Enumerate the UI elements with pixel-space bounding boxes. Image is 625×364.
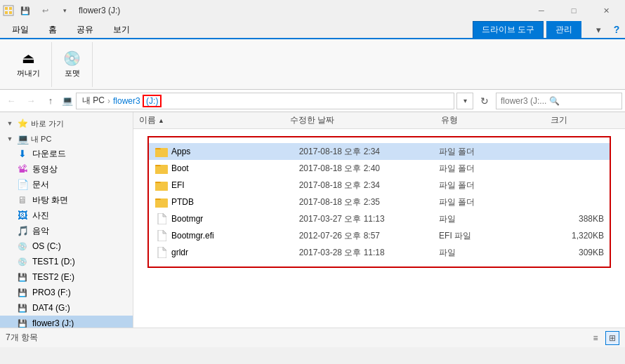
table-row[interactable]: EFI2017-08-18 오후 2:34파일 폴더 [149, 177, 610, 194]
sidebar-videos-label: 동영상 [32, 163, 58, 175]
sidebar-drived-label: TEST1 (D:) [32, 257, 75, 267]
drive-j-icon: 💾 [17, 318, 28, 328]
col-header-date[interactable]: 수정한 날짜 [290, 114, 441, 126]
close-btn[interactable]: ✕ [590, 0, 622, 21]
column-headers: 이름 ▲ 수정한 날짜 유형 크기 [133, 112, 625, 129]
view-details-btn[interactable]: ⊞ [605, 331, 619, 345]
title-bar-left: 💾 ↩ ▾ [3, 2, 73, 19]
quick-undo-btn[interactable]: ↩ [37, 2, 53, 19]
search-input[interactable] [501, 96, 617, 106]
ribbon-collapse-btn[interactable]: ▾ [590, 21, 607, 38]
col-name-label: 이름 [139, 114, 156, 126]
svg-rect-1 [5, 7, 8, 10]
sidebar-item-desktop[interactable]: 🖥 바탕 화면 [0, 192, 133, 208]
file-size-cell: 388KB [541, 214, 604, 224]
file-icon [154, 245, 169, 259]
sidebar-drivee-label: TEST2 (E:) [32, 272, 74, 282]
forward-btn[interactable]: → [22, 93, 39, 109]
quick-save-btn[interactable]: 💾 [17, 2, 34, 19]
address-path-box[interactable]: 내 PC › flower3 (J:) [76, 93, 454, 109]
tab-drive-tools[interactable]: 드라이브 도구 [473, 21, 544, 38]
table-row[interactable]: Apps2017-08-18 오후 2:34파일 폴더 [149, 143, 610, 160]
window-controls: ─ □ ✕ [525, 0, 622, 21]
file-date-cell: 2017-03-27 오후 11:13 [299, 213, 436, 225]
tab-manage[interactable]: 관리 [546, 21, 581, 38]
sidebar-section-quick[interactable]: ▼ ⭐ 바로 가기 [0, 115, 133, 130]
refresh-btn[interactable]: ↻ [476, 93, 493, 109]
help-btn[interactable]: ? [608, 21, 625, 38]
folder-icon [154, 144, 169, 159]
up-btn[interactable]: ↑ [42, 93, 59, 109]
svg-rect-4 [9, 11, 12, 14]
tab-share[interactable]: 공유 [67, 21, 103, 38]
format-icon: 💿 [63, 50, 81, 67]
sidebar-item-drive-d[interactable]: 💿 TEST1 (D:) [0, 254, 133, 269]
table-row[interactable]: Bootmgr.efi2012-07-26 오후 8:57EFI 파일1,320… [149, 227, 610, 244]
desktop-icon: 🖥 [17, 194, 28, 205]
sidebar-item-drive-e[interactable]: 💾 TEST2 (E:) [0, 269, 133, 285]
content-area: 이름 ▲ 수정한 날짜 유형 크기 Apps2017-08-18 오후 2:34… [133, 112, 625, 328]
tab-home[interactable]: 홈 [39, 21, 66, 38]
folder-icon [154, 178, 169, 192]
download-icon: ⬇ [17, 148, 28, 159]
table-row[interactable]: Boot2017-08-18 오후 2:40파일 폴더 [149, 160, 610, 177]
col-header-name[interactable]: 이름 ▲ [139, 114, 290, 126]
main-layout: ▼ ⭐ 바로 가기 ▼ 💻 내 PC ⬇ 다운로드 📽 동영상 📄 문서 🖥 바… [0, 112, 625, 328]
file-name-cell: grldr [171, 248, 296, 257]
sidebar-driveg-label: DAT4 (G:) [32, 303, 70, 313]
tab-view[interactable]: 보기 [104, 21, 139, 38]
sidebar-item-drive-c[interactable]: 💿 OS (C:) [0, 238, 133, 254]
path-pc-icon: 💻 [62, 95, 73, 106]
doc-icon: 📄 [17, 179, 28, 190]
sidebar-drivef-label: PRO3 (F:) [32, 288, 71, 297]
col-size-label: 크기 [551, 114, 567, 126]
window-icon [3, 5, 14, 16]
sidebar-item-drive-f[interactable]: 💾 PRO3 (F:) [0, 285, 133, 300]
back-btn[interactable]: ← [3, 93, 20, 109]
file-type-cell: 파일 폴더 [439, 163, 539, 175]
sidebar-section-mypc[interactable]: ▼ 💻 내 PC [0, 130, 133, 146]
ribbon-content: ⏏ 꺼내기 💿 포맷 [0, 39, 625, 90]
file-list: Apps2017-08-18 오후 2:34파일 폴더 Boot2017-08-… [149, 140, 610, 264]
table-row[interactable]: PTDB2017-08-18 오후 2:35파일 폴더 [149, 194, 610, 210]
file-name-cell: PTDB [171, 197, 296, 207]
sidebar-item-drive-j[interactable]: 💾 flower3 (J:) [0, 316, 133, 328]
sidebar-item-drive-g[interactable]: 💾 DAT4 (G:) [0, 300, 133, 316]
file-date-cell: 2017-08-18 오후 2:34 [299, 146, 436, 158]
sidebar-drivec-label: OS (C:) [32, 241, 61, 251]
photo-icon: 🖼 [17, 210, 28, 221]
file-type-cell: EFI 파일 [439, 230, 539, 242]
minimize-btn[interactable]: ─ [525, 0, 558, 21]
view-list-btn[interactable]: ≡ [588, 331, 603, 345]
col-type-label: 유형 [441, 114, 458, 126]
ribbon-tabs: 파일 홈 공유 보기 드라이브 도구 관리 ▾ ? [0, 21, 625, 39]
table-row[interactable]: Bootmgr2017-03-27 오후 11:13파일388KB [149, 210, 610, 227]
tab-file[interactable]: 파일 [3, 21, 38, 38]
sidebar-item-documents[interactable]: 📄 문서 [0, 177, 133, 192]
col-header-type[interactable]: 유형 [441, 114, 551, 126]
sidebar-item-photos[interactable]: 🖼 사진 [0, 208, 133, 223]
file-date-cell: 2017-03-28 오후 11:18 [299, 247, 436, 259]
eject-btn[interactable]: ⏏ 꺼내기 [11, 47, 46, 81]
sidebar-item-music[interactable]: 🎵 음악 [0, 223, 133, 238]
svg-rect-7 [155, 149, 168, 157]
format-label: 포맷 [65, 68, 80, 79]
eject-label: 꺼내기 [17, 68, 40, 79]
sidebar-quick-label: 바로 가기 [31, 119, 64, 129]
file-size-cell: 1,320KB [541, 231, 604, 241]
table-row[interactable]: grldr2017-03-28 오후 11:18파일309KB [149, 244, 610, 261]
sidebar-item-videos[interactable]: 📽 동영상 [0, 161, 133, 177]
quick-dropdown-btn[interactable]: ▾ [56, 2, 73, 19]
sidebar-item-downloads[interactable]: ⬇ 다운로드 [0, 146, 133, 161]
maximize-btn[interactable]: □ [558, 0, 590, 21]
format-btn[interactable]: 💿 포맷 [58, 47, 86, 81]
svg-rect-10 [155, 166, 168, 174]
sort-arrow-icon: ▲ [158, 117, 164, 124]
breadcrumb-folder: flower3 (J:) [113, 96, 162, 106]
title-text: flower3 (J:) [79, 6, 120, 15]
file-name-cell: Bootmgr [171, 214, 296, 224]
address-dropdown-btn[interactable]: ▾ [456, 93, 473, 109]
sidebar-music-label: 음악 [32, 225, 49, 237]
col-header-size[interactable]: 크기 [551, 114, 619, 126]
search-box[interactable] [496, 93, 622, 109]
